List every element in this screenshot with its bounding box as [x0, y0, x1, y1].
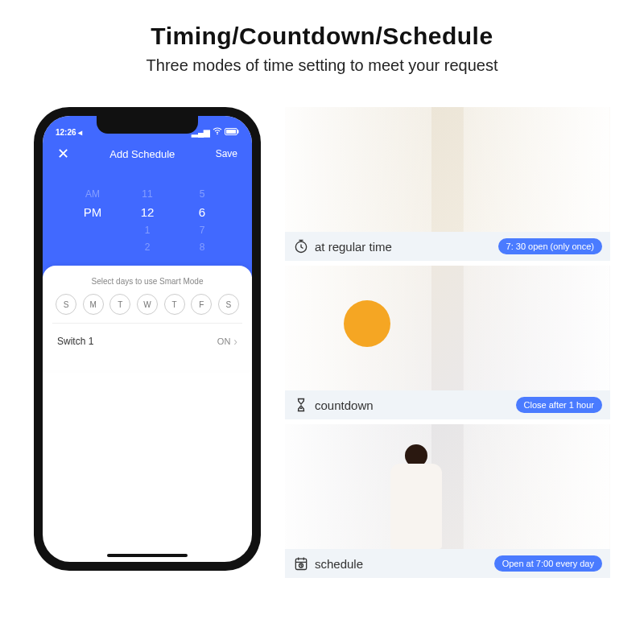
clock-icon [293, 238, 309, 254]
tile-badge: 7: 30 open (only once) [498, 238, 602, 254]
tile-badge: Close after 1 hour [516, 397, 602, 413]
battery-icon [225, 128, 239, 137]
app-header: ✕ Add Schedule Save [43, 138, 252, 169]
hour-column[interactable]: 11 12 1 2 [132, 188, 163, 253]
day-sun[interactable]: S [56, 294, 76, 315]
day-tue[interactable]: T [109, 294, 130, 315]
status-icons: ▂▄▆ [192, 127, 239, 137]
tile-label: countdown [315, 398, 374, 412]
svg-rect-2 [237, 130, 239, 133]
svg-rect-3 [226, 130, 236, 134]
calendar-icon [293, 555, 309, 572]
page-subtitle: Three modes of time setting to meet your… [0, 56, 644, 75]
phone-notch [97, 116, 198, 134]
status-time: 12:26 ◂ [56, 128, 82, 137]
ampm-column[interactable]: AM PM [77, 188, 108, 253]
chevron-right-icon: › [233, 335, 237, 348]
svg-point-0 [217, 134, 218, 135]
tile-image [285, 424, 610, 549]
switch-value: ON [217, 336, 231, 346]
app-title: Add Schedule [109, 148, 175, 160]
tile-image [285, 266, 610, 390]
tile-schedule: schedule Open at 7:00 every day [285, 424, 610, 578]
close-button[interactable]: ✕ [57, 145, 69, 163]
tile-countdown: countdown Close after 1 hour [285, 266, 610, 419]
tile-image [285, 107, 610, 232]
days-row: S M T W T F S [52, 294, 242, 324]
phone-screen: 12:26 ◂ ▂▄▆ ✕ Add Schedule Save [43, 116, 252, 562]
wifi-icon [213, 127, 222, 137]
minute-column[interactable]: 5 6 7 8 [187, 188, 217, 253]
day-sat[interactable]: S [218, 294, 239, 315]
save-button[interactable]: Save [216, 148, 237, 159]
tile-label: at regular time [315, 240, 392, 254]
tile-regular-time: at regular time 7: 30 open (only once) [285, 107, 610, 261]
switch-row[interactable]: Switch 1 ON › [52, 324, 242, 359]
page-title: Timing/Countdown/Schedule [0, 23, 644, 50]
day-wed[interactable]: W [137, 294, 158, 315]
phone-mockup: 12:26 ◂ ▂▄▆ ✕ Add Schedule Save [34, 107, 261, 571]
switch-label: Switch 1 [57, 336, 93, 347]
day-mon[interactable]: M [83, 294, 104, 315]
tile-badge: Open at 7:00 every day [494, 555, 602, 572]
home-indicator [107, 554, 188, 557]
days-card: Select days to use Smart Mode S M T W T … [43, 266, 252, 370]
day-fri[interactable]: F [191, 294, 212, 315]
mode-tiles: at regular time 7: 30 open (only once) c… [285, 107, 610, 578]
card-label: Select days to use Smart Mode [52, 277, 242, 286]
time-picker[interactable]: AM PM 11 12 1 2 5 6 7 8 [43, 169, 252, 277]
hourglass-icon [293, 397, 309, 413]
tile-label: schedule [315, 557, 363, 571]
day-thu[interactable]: T [164, 294, 185, 315]
